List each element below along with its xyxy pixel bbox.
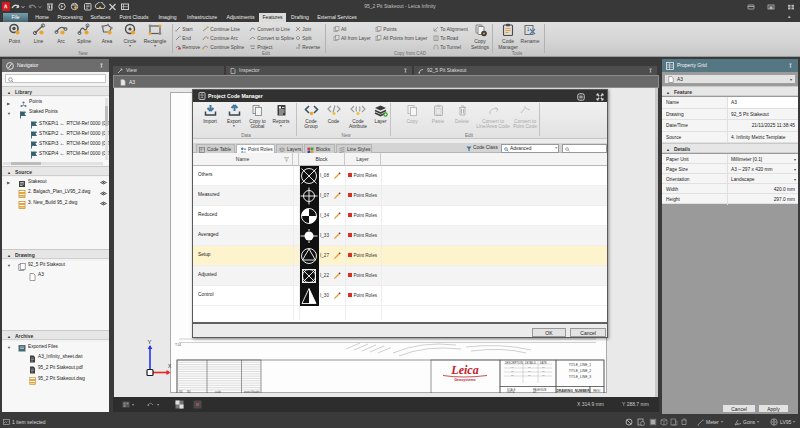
svg-text:TITLE_LINE_1: TITLE_LINE_1 (569, 363, 592, 367)
svg-text:—: — (542, 370, 545, 373)
svg-text:T14: T14 (175, 343, 181, 347)
svg-text:DRAWING_NUMBER: DRAWING_NUMBER (556, 389, 590, 393)
svg-text:SV: SV (187, 390, 191, 394)
svg-text:scale: scale (215, 390, 222, 394)
svg-text:TITLE_LINE_2: TITLE_LINE_2 (569, 369, 592, 373)
svg-text:Geosystems: Geosystems (454, 378, 475, 382)
svg-text:—: — (511, 366, 514, 369)
svg-text:Leica: Leica (450, 363, 478, 377)
svg-text:—: — (528, 366, 531, 369)
svg-text:X: X (168, 363, 172, 369)
svg-text:—: — (542, 366, 545, 369)
svg-text:PAGE/SIZEA3: PAGE/SIZEA3 (533, 388, 547, 393)
svg-text:SV: SV (179, 390, 183, 394)
svg-text:DESCRIPTION: DESCRIPTION (505, 361, 523, 365)
svg-text:1: 1 (527, 27, 530, 32)
svg-text:TITLE_LINE_3: TITLE_LINE_3 (569, 375, 592, 379)
svg-text:REV#: REV# (593, 389, 601, 393)
svg-text:—: — (528, 370, 531, 373)
svg-text:2: 2 (299, 44, 301, 48)
svg-text:DATE: DATE (540, 361, 547, 365)
svg-text:DETAILS: DETAILS (525, 361, 536, 365)
svg-text:—: — (511, 370, 514, 373)
svg-text:project/leader: project/leader (244, 390, 260, 394)
svg-text:SCALEISSUE: SCALEISSUE (507, 388, 516, 393)
svg-text:—: — (528, 374, 531, 377)
svg-text:—: — (511, 374, 514, 377)
svg-text:Y: Y (148, 339, 152, 345)
svg-text:—: — (542, 374, 545, 377)
